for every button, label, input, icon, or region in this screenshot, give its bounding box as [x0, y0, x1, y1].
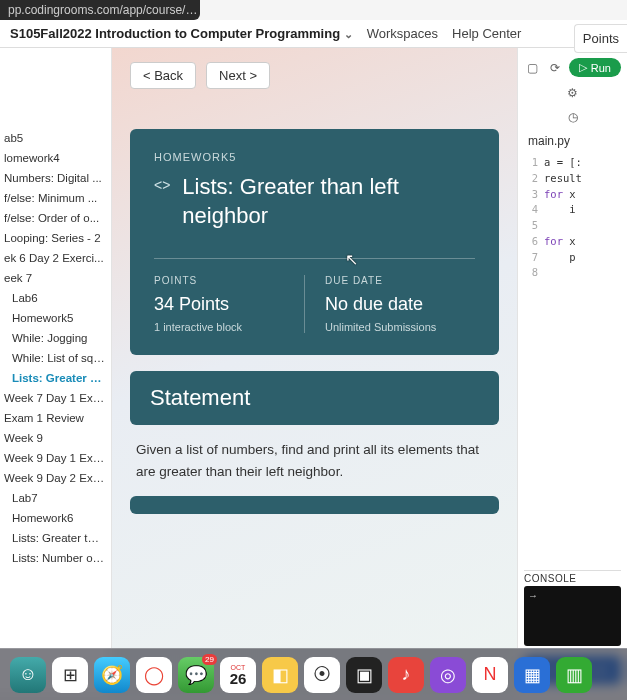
- sidebar-item[interactable]: Week 9 Day 1 Exercis...: [0, 448, 111, 468]
- editor-pane: ▢ ⟳ ▷ Run ⚙ ◷ main.py 1a = [:2result3for…: [517, 48, 627, 694]
- code-line[interactable]: 5: [524, 218, 621, 234]
- points-tab[interactable]: Points: [574, 24, 627, 53]
- sidebar-item[interactable]: Week 9 Day 2 Exerci...: [0, 468, 111, 488]
- help-link[interactable]: Help Center: [452, 26, 521, 41]
- code-line[interactable]: 3for x: [524, 187, 621, 203]
- workspaces-link[interactable]: Workspaces: [367, 26, 438, 41]
- sidebar-item[interactable]: Lab6: [0, 288, 111, 308]
- sidebar-item[interactable]: Week 9: [0, 428, 111, 448]
- sidebar: ab5lomework4Numbers: Digital ...f/else: …: [0, 48, 112, 694]
- music-icon[interactable]: ♪: [388, 657, 424, 693]
- course-title[interactable]: S105Fall2022 Introduction to Computer Pr…: [10, 26, 353, 41]
- sidebar-item[interactable]: Lab7: [0, 488, 111, 508]
- code-icon: <>: [154, 177, 170, 193]
- messages-icon[interactable]: 💬29: [178, 657, 214, 693]
- sidebar-item[interactable]: ek 6 Day 2 Exerci...: [0, 248, 111, 268]
- app-icon-1[interactable]: ◧: [262, 657, 298, 693]
- code-line[interactable]: 4 i: [524, 202, 621, 218]
- file-tab[interactable]: main.py: [524, 131, 621, 151]
- top-bar: S105Fall2022 Introduction to Computer Pr…: [0, 20, 627, 48]
- sidebar-item[interactable]: f/else: Order of o...: [0, 208, 111, 228]
- file-icon[interactable]: ▢: [525, 60, 541, 76]
- points-value: 34 Points: [154, 294, 304, 315]
- messages-badge: 29: [202, 654, 217, 665]
- sidebar-item[interactable]: While: List of squ...: [0, 348, 111, 368]
- statement-body: Given a list of numbers, find and print …: [130, 425, 499, 496]
- sidebar-item[interactable]: Lists: Number of ...: [0, 548, 111, 568]
- sidebar-item[interactable]: Numbers: Digital ...: [0, 168, 111, 188]
- points-label: POINTS: [154, 275, 304, 286]
- code-line[interactable]: 7 p: [524, 250, 621, 266]
- run-button[interactable]: ▷ Run: [569, 58, 621, 77]
- safari-icon[interactable]: 🧭: [94, 657, 130, 693]
- sidebar-item[interactable]: eek 7: [0, 268, 111, 288]
- sidebar-item[interactable]: f/else: Minimum ...: [0, 188, 111, 208]
- app-icon-2[interactable]: ⦿: [304, 657, 340, 693]
- finder-icon[interactable]: ☺: [10, 657, 46, 693]
- sidebar-item[interactable]: Exam 1 Review: [0, 408, 111, 428]
- app-icon-3[interactable]: ▣: [346, 657, 382, 693]
- chevron-down-icon: ⌄: [344, 28, 353, 40]
- due-value: No due date: [325, 294, 475, 315]
- calendar-icon[interactable]: OCT 26: [220, 657, 256, 693]
- launchpad-icon[interactable]: ⊞: [52, 657, 88, 693]
- due-sub: Unlimited Submissions: [325, 321, 475, 333]
- app-icon-4[interactable]: ▦: [514, 657, 550, 693]
- console-output: →: [524, 586, 621, 646]
- code-line[interactable]: 1a = [:: [524, 155, 621, 171]
- sidebar-item[interactable]: Week 7 Day 1 Exercis...: [0, 388, 111, 408]
- main-content: < Back Next > HOMEWORK5 <> Lists: Greate…: [112, 48, 517, 694]
- sidebar-item[interactable]: Lists: Greater th...: [0, 368, 111, 388]
- sidebar-item[interactable]: Homework5: [0, 308, 111, 328]
- sidebar-item[interactable]: lomework4: [0, 148, 111, 168]
- chrome-icon[interactable]: ◯: [136, 657, 172, 693]
- sidebar-item[interactable]: Looping: Series - 2: [0, 228, 111, 248]
- assignment-title: Lists: Greater than left neighbor: [182, 173, 475, 230]
- statement-header: Statement: [130, 371, 499, 425]
- code-editor[interactable]: 1a = [:2result3for x4 i56for x7 p8: [524, 155, 621, 281]
- back-button[interactable]: < Back: [130, 62, 196, 89]
- next-button[interactable]: Next >: [206, 62, 270, 89]
- numbers-icon[interactable]: ▥: [556, 657, 592, 693]
- code-line[interactable]: 2result: [524, 171, 621, 187]
- assignment-card: HOMEWORK5 <> Lists: Greater than left ne…: [130, 129, 499, 355]
- url-bar: pp.codingrooms.com/app/course/…: [0, 0, 200, 20]
- sidebar-item[interactable]: While: Jogging: [0, 328, 111, 348]
- refresh-icon[interactable]: ⟳: [547, 60, 563, 76]
- console-label: CONSOLE: [524, 570, 621, 586]
- next-card-stub: [130, 496, 499, 514]
- points-sub: 1 interactive block: [154, 321, 304, 333]
- gear-icon[interactable]: ⚙: [565, 85, 581, 101]
- sidebar-item[interactable]: ab5: [0, 128, 111, 148]
- assignment-label: HOMEWORK5: [154, 151, 475, 163]
- due-label: DUE DATE: [325, 275, 475, 286]
- podcasts-icon[interactable]: ◎: [430, 657, 466, 693]
- sidebar-item[interactable]: Lists: Greater tha...: [0, 528, 111, 548]
- news-icon[interactable]: N: [472, 657, 508, 693]
- clock-icon[interactable]: ◷: [565, 109, 581, 125]
- sidebar-item[interactable]: Homework6: [0, 508, 111, 528]
- code-line[interactable]: 8: [524, 265, 621, 281]
- macos-dock: ☺ ⊞ 🧭 ◯ 💬29 OCT 26 ◧ ⦿ ▣ ♪ ◎ N ▦ ▥: [0, 648, 627, 700]
- code-line[interactable]: 6for x: [524, 234, 621, 250]
